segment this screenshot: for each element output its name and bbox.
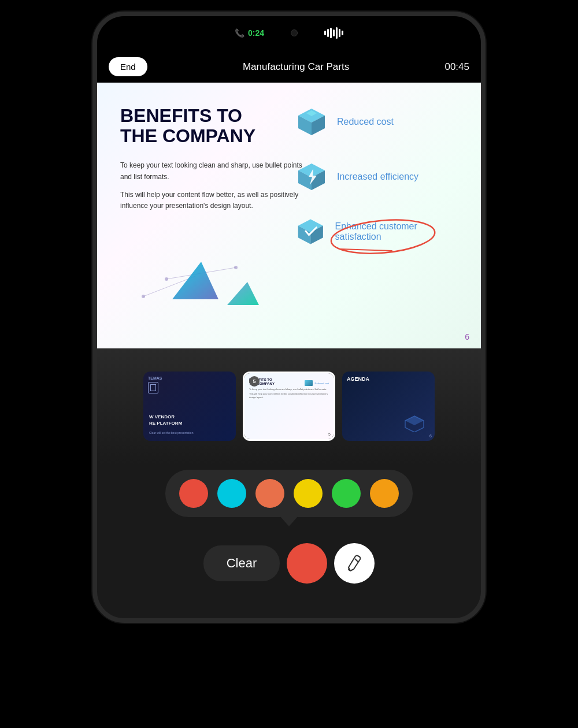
- benefit-label-1: Reduced cost: [337, 117, 394, 127]
- slide-content: BENEFITS TO THE COMPANY To keep your tex…: [97, 83, 481, 348]
- color-yellow[interactable]: [294, 479, 323, 508]
- color-picker-popup: [165, 470, 413, 517]
- benefit-label-3: Enhanced customer satisfaction: [335, 221, 417, 242]
- svg-point-3: [142, 295, 145, 298]
- svg-marker-23: [405, 416, 424, 425]
- color-green[interactable]: [332, 479, 361, 508]
- slide-heading: BENEFITS TO THE COMPANY: [120, 106, 305, 146]
- svg-marker-6: [227, 282, 259, 305]
- benefit-item-3: Enhanced customer satisfaction: [296, 216, 458, 247]
- call-info: 📞 0:24: [235, 28, 264, 38]
- svg-marker-5: [172, 262, 218, 299]
- thumbnail-strip: TEMAS W VENDORRE PLATFORM Clear will set…: [97, 348, 481, 464]
- dynamic-island: 📞 0:24: [225, 22, 353, 44]
- slide-body-2: This will help your content flow better,…: [120, 190, 305, 211]
- slide-body-1: To keep your text looking clean and shar…: [120, 160, 305, 182]
- svg-point-2: [165, 277, 168, 281]
- color-orange[interactable]: [370, 479, 399, 508]
- phone-frame: 📞 0:24 End Manufacturing Car Parts: [92, 12, 486, 623]
- timer: 00:45: [444, 61, 469, 73]
- pencil-icon: [346, 555, 363, 572]
- call-time: 0:24: [248, 28, 264, 38]
- slide-right: Reduced cost Increased efficiency: [296, 106, 458, 270]
- slide-decoration: [120, 244, 271, 314]
- presentation-title: Manufacturing Car Parts: [243, 61, 349, 73]
- status-bar: 📞 0:24: [97, 16, 481, 51]
- thumbnail-1[interactable]: TEMAS W VENDORRE PLATFORM Clear will set…: [143, 372, 236, 441]
- camera-dot: [291, 29, 298, 36]
- thumbnail-3[interactable]: AGENDA 6: [342, 372, 435, 441]
- benefit-label-2: Increased efficiency: [337, 172, 418, 182]
- slide-left: BENEFITS TO THE COMPANY To keep your tex…: [120, 106, 305, 218]
- phone-container: 📞 0:24 End Manufacturing Car Parts: [87, 12, 491, 623]
- waveform: [324, 27, 343, 39]
- svg-line-21: [340, 249, 392, 251]
- page-number: 6: [465, 332, 469, 341]
- svg-line-24: [355, 559, 358, 562]
- color-picker-wrapper: [97, 464, 481, 523]
- benefit-label-3-wrapper: Enhanced customer satisfaction: [335, 221, 458, 242]
- clear-button[interactable]: Clear: [203, 545, 280, 581]
- benefit-item-1: Reduced cost: [296, 106, 458, 138]
- benefit-item-2: Increased efficiency: [296, 161, 458, 192]
- slide-area: BENEFITS TO THE COMPANY To keep your tex…: [97, 83, 481, 348]
- thumbnail-2[interactable]: 5 BENEFITS TOTHE COMPANY To keep your te…: [243, 372, 335, 441]
- pencil-button[interactable]: [334, 543, 375, 584]
- color-cyan[interactable]: [217, 479, 246, 508]
- end-button[interactable]: End: [109, 57, 147, 76]
- svg-point-4: [234, 266, 238, 269]
- bottom-toolbar: Clear: [97, 526, 481, 595]
- color-red[interactable]: [179, 479, 208, 508]
- active-color-button[interactable]: [287, 543, 327, 584]
- color-orange-red[interactable]: [255, 479, 284, 508]
- phone-icon: 📞: [235, 28, 244, 38]
- top-bar: End Manufacturing Car Parts 00:45: [97, 51, 481, 83]
